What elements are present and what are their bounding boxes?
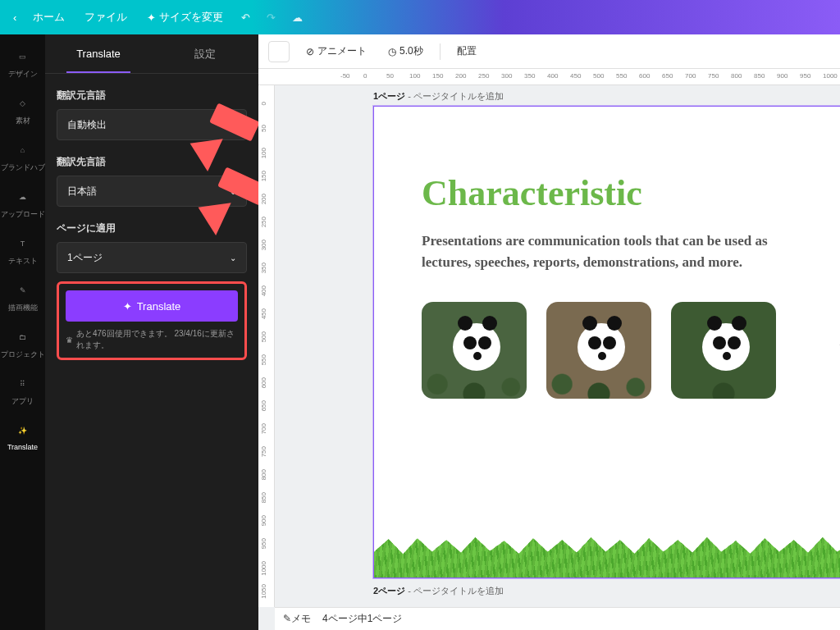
rail-projects[interactable]: 🗀プロジェクト [0,322,45,367]
slide-title[interactable]: Characteristic [422,172,840,214]
page-1-label[interactable]: 1ページ - ページタイトルを追加 [373,90,840,103]
duration-button[interactable]: ◷5.0秒 [383,41,428,62]
brandhub-icon: ⌂ [14,141,32,159]
panel-tabs: Translate 設定 [45,34,258,74]
clock-icon: ◷ [388,46,396,57]
annotation-highlight: ✦ Translate ♛ あと476回使用できます。 23/4/16に更新され… [57,281,247,360]
tab-settings[interactable]: 設定 [152,34,258,73]
slide-body-text[interactable]: Presentations are communication tools th… [422,231,815,272]
apply-pages-select[interactable]: 1ページ ⌄ [57,242,247,273]
animate-button[interactable]: ⊘アニメート [301,41,372,62]
panda-image-2[interactable] [546,302,651,399]
page-1-title-placeholder: - ページタイトルを追加 [405,91,504,101]
rail-elements[interactable]: ◇素材 [0,88,45,133]
panda-image-1[interactable] [422,302,527,399]
sparkle-icon: ✦ [123,300,132,313]
rail-translate-label: Translate [7,443,38,451]
animate-label: アニメート [317,44,367,58]
page-counter[interactable]: 4ページ中1ページ [322,612,402,626]
rail-draw[interactable]: ✎描画機能 [0,275,45,320]
animate-icon: ⊘ [306,46,314,57]
credit-label: あと476回使用できます。 23/4/16に更新されます。 [76,328,238,351]
target-language-label: 翻訳先言語 [57,155,247,169]
ruler-horizontal: -500501001502002503003504004505005506006… [258,69,840,85]
canvas-toolbar: ⊘アニメート ◷5.0秒 配置 [258,34,840,69]
upload-icon: ☁ [14,188,32,206]
rail-design-label: デザイン [8,69,38,80]
notes-label: メモ [291,613,311,624]
rail-upload[interactable]: ☁アップロード [0,181,45,226]
tab-translate[interactable]: Translate [45,34,152,73]
canvas-area: ⊘アニメート ◷5.0秒 配置 -50050100150200250300350… [258,34,840,630]
duration-label: 5.0秒 [399,44,423,58]
canvas-stage[interactable]: 1ページ - ページタイトルを追加 Characteristic Present… [275,85,840,607]
target-language-value: 日本語 [67,185,97,199]
left-rail: ▭デザイン ◇素材 ⌂ブランドハブ ☁アップロード Tテキスト ✎描画機能 🗀プ… [0,34,45,630]
menu-resize-label: サイズを変更 [159,10,223,25]
rail-elements-label: 素材 [16,116,30,126]
menu-resize[interactable]: ✦サイズを変更 [137,0,233,34]
notes-icon: ✎ [283,613,291,624]
translate-button[interactable]: ✦ Translate [66,290,238,322]
rail-translate[interactable]: ✨Translate [0,415,45,458]
rail-brandhub-label: ブランドハブ [1,162,45,173]
bottom-bar: ✎メモ 4ページ中1ページ [275,607,840,630]
rail-design[interactable]: ▭デザイン [0,41,45,86]
undo-icon[interactable]: ↶ [233,11,258,24]
crown-icon: ♛ [66,336,73,345]
design-icon: ▭ [14,48,32,66]
sparkle-icon: ✦ [147,11,156,24]
page-1[interactable]: Characteristic Presentations are communi… [373,106,840,578]
draw-icon: ✎ [14,281,32,299]
rail-apps[interactable]: ⠿アプリ [0,368,45,413]
menu-home[interactable]: ホーム [23,0,75,34]
slide-images [422,302,840,399]
arrange-button[interactable]: 配置 [452,41,482,62]
grass-decoration [374,535,840,578]
top-menu-bar: ‹ ホーム ファイル ✦サイズを変更 ↶ ↷ ☁ [0,0,840,34]
folder-icon: 🗀 [14,328,32,346]
panda-image-3[interactable] [671,302,776,399]
page-1-number: 1ページ [373,91,405,101]
rail-upload-label: アップロード [1,209,45,220]
rail-brandhub[interactable]: ⌂ブランドハブ [0,135,45,180]
page-2-title-placeholder: - ページタイトルを追加 [405,586,504,596]
source-language-label: 翻訳元言語 [57,89,247,103]
rail-apps-label: アプリ [11,396,34,407]
translate-icon: ✨ [14,422,32,440]
credit-text: ♛ あと476回使用できます。 23/4/16に更新されます。 [66,328,238,351]
rail-draw-label: 描画機能 [8,303,38,313]
chevron-down-icon: ⌄ [230,253,236,262]
cloud-sync-icon[interactable]: ☁ [284,11,311,24]
back-button[interactable]: ‹ [7,11,23,24]
color-swatch-button[interactable] [268,41,290,62]
source-language-value: 自動検出 [67,118,107,132]
elements-icon: ◇ [14,94,32,112]
rail-projects-label: プロジェクト [1,349,45,360]
page-2-label[interactable]: 2ページ - ページタイトルを追加 [373,585,840,597]
menu-file[interactable]: ファイル [75,0,137,34]
ruler-vertical: 0501001502002503003504004505005506006507… [258,85,275,607]
text-icon: T [14,235,32,253]
redo-icon[interactable]: ↷ [258,11,284,24]
page-2-number: 2ページ [373,586,405,596]
rail-text[interactable]: Tテキスト [0,228,45,273]
apps-icon: ⠿ [14,375,32,393]
notes-button[interactable]: ✎メモ [283,612,311,626]
rail-text-label: テキスト [8,256,38,267]
apply-pages-value: 1ページ [67,251,103,265]
translate-button-label: Translate [137,300,181,313]
